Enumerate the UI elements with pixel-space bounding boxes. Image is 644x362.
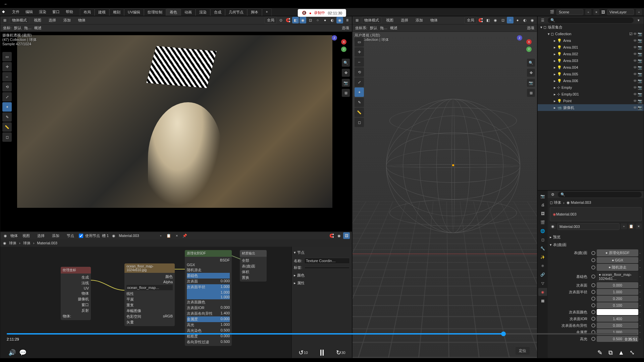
gizmo-toggle-icon[interactable]: ◧ <box>485 17 491 23</box>
node-menu-node[interactable]: 节点 <box>64 232 77 239</box>
prop-tab-scene-icon[interactable]: 🎬 <box>538 218 547 226</box>
nav-gizmo[interactable]: Z X Y <box>328 35 346 54</box>
tool-move-icon[interactable]: ↔ <box>2 72 12 81</box>
menu-window[interactable]: 窗口 <box>50 8 62 15</box>
orientation-dropdown[interactable]: 全局 <box>465 17 477 24</box>
xray-icon[interactable]: ⊡ <box>307 17 314 23</box>
overlay-toggle-icon[interactable]: ◉ <box>492 17 499 23</box>
tool-measure-icon[interactable]: 📏 <box>2 122 12 132</box>
vp-menu-object[interactable]: 物体 <box>75 17 88 24</box>
layer-input[interactable]: ViewLayer <box>607 9 634 15</box>
material-slot[interactable]: ◉ Material.003 <box>550 207 642 221</box>
fullscreen-exit-icon[interactable]: ⤡ <box>627 347 637 358</box>
workspace-add-button[interactable]: + <box>262 8 271 16</box>
workspace-tab[interactable]: 纹理绘制 <box>144 8 166 16</box>
shading-solid-icon[interactable]: ● <box>322 17 328 23</box>
editor-type-icon[interactable]: ☰ <box>540 17 546 23</box>
outliner-search-input[interactable]: 🔍 <box>548 17 634 23</box>
tool-rotate-icon[interactable]: ⟲ <box>355 67 364 77</box>
scene-new-button[interactable]: ▫ <box>585 9 591 15</box>
node-texture-coordinate[interactable]: 纹理坐标 生成 法线 UV 物体 摄像机 窗口 反射 物体: <box>61 267 91 320</box>
mat-browse-icon[interactable]: ◉ <box>550 223 556 229</box>
node-panel-title[interactable]: ▾ 节点 <box>294 249 350 256</box>
node-image-texture[interactable]: ocean_floor_map-1024x610.jpg 颜色 Alpha oc… <box>124 263 175 326</box>
shading-matprev-icon[interactable]: ◐ <box>329 17 336 23</box>
scene-del-button[interactable]: × <box>593 9 599 15</box>
browser-back-icon[interactable]: ← <box>4 2 8 6</box>
overlay-toggle-icon[interactable]: ◉ <box>300 17 306 23</box>
camera-view-icon[interactable]: 📷 <box>527 79 535 87</box>
prop-tab-material-icon[interactable]: ◉ <box>538 288 547 296</box>
snap-icon[interactable]: 🧲 <box>477 17 484 23</box>
workspace-tab[interactable]: 着色 <box>166 8 181 16</box>
outliner-item[interactable]: ▸ 💡 Area👁📷 <box>538 37 644 44</box>
vp-menu-select[interactable]: 选择 <box>46 17 59 24</box>
snap-icon[interactable]: 🧲 <box>328 232 335 239</box>
mat-copy-button[interactable]: 📋 <box>628 223 634 229</box>
vp-menu-view[interactable]: 视图 <box>31 17 44 24</box>
mat-new-button[interactable]: 📋 <box>166 233 172 239</box>
pin-icon[interactable]: 📌 <box>182 233 188 239</box>
slot-dropdown[interactable]: 槽 1 <box>102 233 109 238</box>
bc-mat[interactable]: ◉ Material.003 <box>567 200 591 205</box>
zoom-icon[interactable]: 🔍 <box>342 59 350 67</box>
node-type-dropdown[interactable]: 物体 <box>10 233 18 238</box>
vp-menu-select[interactable]: 选择 <box>398 17 411 24</box>
node-menu-view[interactable]: 视图 <box>20 232 33 239</box>
zoom-icon[interactable]: 🔍 <box>527 59 535 67</box>
prop-tab-output-icon[interactable]: 🖨 <box>538 201 547 209</box>
node-material-output[interactable]: 材质输出 全部 表(曲)面 体积 置换 <box>240 250 267 282</box>
scene-input[interactable]: Scene <box>556 9 583 15</box>
link-socket-icon[interactable] <box>591 275 595 279</box>
editor-type-icon[interactable]: ⊞ <box>2 17 8 23</box>
gizmo-x-icon[interactable]: X <box>341 39 346 45</box>
workspace-tab[interactable]: UV编辑 <box>124 8 144 16</box>
properties-search-input[interactable]: 🔍 <box>558 192 642 197</box>
property-dropdown[interactable]: ● 原理化BSDF <box>597 249 638 256</box>
color-swatch[interactable] <box>597 309 638 315</box>
prop-tab-constraint-icon[interactable]: 🔗 <box>538 270 547 279</box>
prop-tab-physics-icon[interactable]: ⚛ <box>538 262 547 270</box>
drag-dropdown[interactable]: 概述 <box>34 25 42 31</box>
link-socket-icon[interactable] <box>591 317 595 321</box>
prop-tab-modifier-icon[interactable]: 🔧 <box>538 244 547 252</box>
tool-transform-icon[interactable]: ✦ <box>2 102 12 112</box>
prop-tab-world-icon[interactable]: 🌐 <box>538 227 547 235</box>
property-dropdown[interactable]: ● GGX <box>597 257 638 263</box>
persp-icon[interactable]: ⊞ <box>527 89 535 97</box>
link-socket-icon[interactable] <box>591 297 595 301</box>
gizmo-x-icon[interactable]: X <box>526 39 532 45</box>
link-socket-icon[interactable] <box>591 265 595 269</box>
gizmo-z-icon[interactable]: Z <box>332 35 337 41</box>
shading-rendered-icon[interactable]: ◉ <box>529 17 536 23</box>
outliner-item[interactable]: ▸ 💡 Area.002👁📷 <box>538 51 644 57</box>
tool-rotate-icon[interactable]: ⟲ <box>2 82 12 92</box>
surface-panel[interactable]: ▾ 表(曲)面 <box>550 241 642 249</box>
vp-menu-view[interactable]: 视图 <box>383 17 396 24</box>
node-label-input[interactable] <box>304 267 350 269</box>
vp-menu-object[interactable]: 物体 <box>428 17 440 24</box>
mode-dropdown[interactable]: 物体模式 <box>10 17 29 24</box>
link-socket-icon[interactable] <box>591 283 595 287</box>
property-value[interactable]: 0.100 <box>597 302 638 308</box>
outliner-item[interactable]: ▸ 💡 Area.004👁📷 <box>538 64 644 71</box>
tool-annotate-icon[interactable]: ✎ <box>355 98 364 107</box>
mat-new-button[interactable]: ▫ <box>621 223 627 229</box>
workspace-tab[interactable]: 合成 <box>210 8 225 16</box>
bc-obj[interactable]: ◻ 球体 <box>550 200 561 205</box>
tool-scale-icon[interactable]: ⤢ <box>2 92 12 102</box>
link-socket-icon[interactable] <box>591 323 595 327</box>
bc-mesh[interactable]: 球体 <box>23 241 31 246</box>
editor-type-icon[interactable]: ◉ <box>2 233 8 239</box>
airplay-icon[interactable]: ▲ <box>616 347 627 358</box>
link-socket-icon[interactable] <box>591 303 595 307</box>
property-dropdown[interactable]: ● 随机游走 <box>597 264 638 271</box>
prop-tab-object-icon[interactable]: ◻ <box>538 236 547 244</box>
xray-icon[interactable]: ⊡ <box>499 17 506 23</box>
backdrop-icon[interactable]: 🖼 <box>343 232 350 239</box>
orientation-dropdown[interactable]: 全局 <box>265 17 277 24</box>
link-socket-icon[interactable] <box>591 290 595 294</box>
outliner-item[interactable]: ▸ 💡 Area.001👁📷 <box>538 44 644 51</box>
preview-panel[interactable]: ▸ 预览 <box>550 233 642 241</box>
vp-menu-add[interactable]: 添加 <box>61 17 73 24</box>
